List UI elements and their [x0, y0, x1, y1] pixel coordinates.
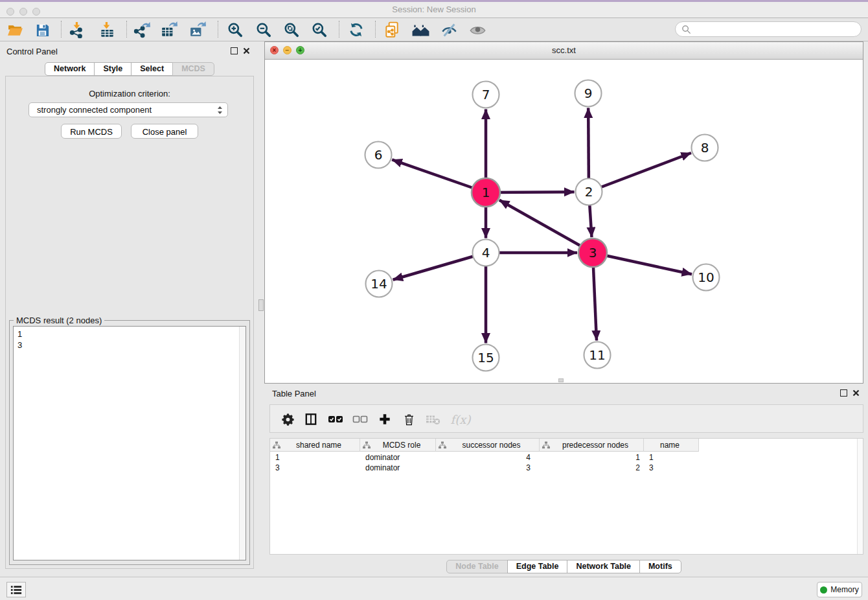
gear-icon — [282, 413, 294, 426]
graph-node-11[interactable]: 11 — [584, 342, 611, 369]
result-item[interactable]: 3 — [14, 340, 246, 351]
show-eye-icon — [469, 21, 486, 39]
tab-style[interactable]: Style — [94, 62, 131, 76]
zoom-fit-button[interactable] — [282, 20, 301, 40]
column-type-icon — [363, 441, 371, 449]
delete-table-button[interactable] — [423, 410, 442, 428]
export-network-button[interactable] — [132, 20, 152, 40]
optimization-criterion-select[interactable]: strongly connected component — [29, 102, 228, 117]
run-mcds-button[interactable]: Run MCDS — [61, 124, 122, 139]
tab-motifs[interactable]: Motifs — [639, 560, 681, 573]
save-session-button[interactable] — [32, 20, 52, 40]
graph-node-2[interactable]: 2 — [576, 179, 602, 205]
edge-3-10[interactable] — [593, 253, 692, 274]
node-label: 11 — [589, 347, 605, 363]
float-table-panel-icon[interactable] — [840, 389, 847, 397]
close-table-panel-icon[interactable] — [852, 389, 860, 397]
graph-node-15[interactable]: 15 — [473, 345, 499, 371]
edge-4-14[interactable] — [393, 253, 486, 280]
hide-graphics-button[interactable] — [439, 20, 459, 40]
home-button[interactable] — [411, 20, 430, 40]
graph-node-14[interactable]: 14 — [366, 271, 393, 297]
mcds-result-group: MCDS result (2 nodes) 13 — [9, 320, 250, 565]
table-cell[interactable]: dominator — [360, 463, 436, 473]
delete-column-button[interactable] — [399, 410, 418, 428]
import-network-icon — [69, 21, 86, 38]
tab-edge-table[interactable]: Edge Table — [507, 560, 568, 573]
open-session-button[interactable] — [5, 20, 25, 40]
function-builder-button[interactable]: f(x) — [446, 410, 475, 428]
node-table[interactable]: shared nameMCDS rolesuccessor nodesprede… — [269, 438, 863, 555]
close-panel-icon[interactable] — [243, 47, 250, 54]
network-window-titlebar[interactable]: × − + scc.txt — [265, 42, 863, 60]
table-cell[interactable]: 1 — [540, 452, 644, 463]
table-settings-button[interactable] — [278, 410, 297, 428]
tab-network[interactable]: Network — [45, 62, 95, 76]
float-panel-icon[interactable] — [231, 47, 238, 54]
table-row[interactable]: 1dominator411 — [270, 452, 699, 463]
show-graphics-button[interactable] — [468, 20, 487, 40]
export-image-button[interactable] — [188, 20, 207, 40]
deselect-all-rows-button[interactable] — [350, 410, 370, 428]
graph-node-3[interactable]: 3 — [578, 238, 607, 267]
import-table-button[interactable] — [97, 20, 117, 40]
mcds-result-list[interactable]: 13 — [13, 326, 246, 560]
zoom-selected-button[interactable] — [310, 20, 329, 40]
table-row[interactable]: 3dominator323 — [270, 463, 699, 473]
toolbar-separator — [126, 21, 127, 38]
table-cell[interactable]: 4 — [436, 452, 540, 463]
column-header-predecessor-nodes[interactable]: predecessor nodes — [540, 439, 644, 452]
tab-network-table[interactable]: Network Table — [567, 560, 640, 573]
toolbar-separator — [375, 21, 376, 38]
graph-node-7[interactable]: 7 — [473, 82, 499, 108]
select-all-rows-button[interactable] — [326, 410, 345, 428]
table-cell[interactable]: 1 — [270, 452, 360, 463]
column-type-icon — [439, 441, 446, 449]
refresh-view-button[interactable] — [347, 20, 366, 40]
column-header-name[interactable]: name — [644, 439, 699, 452]
import-network-button[interactable] — [67, 20, 87, 40]
table-cell[interactable]: 2 — [540, 463, 644, 473]
graph-node-10[interactable]: 10 — [693, 264, 720, 291]
network-graph-canvas[interactable]: 7968124314101511 — [265, 59, 863, 383]
table-panel-title: Table Panel — [272, 389, 316, 398]
graph-node-6[interactable]: 6 — [365, 142, 392, 168]
show-columns-button[interactable] — [301, 410, 321, 428]
search-field[interactable] — [675, 21, 862, 37]
graph-node-4[interactable]: 4 — [473, 240, 499, 266]
copy-network-button[interactable] — [382, 20, 402, 40]
network-window-resize-grip[interactable] — [558, 378, 564, 382]
export-table-button[interactable] — [159, 20, 179, 40]
node-label: 10 — [698, 270, 714, 285]
graph-node-1[interactable]: 1 — [472, 178, 500, 207]
zoom-in-button[interactable] — [225, 20, 245, 40]
edge-2-8[interactable] — [589, 153, 691, 192]
edge-3-1[interactable] — [499, 200, 593, 253]
table-cell[interactable]: dominator — [360, 452, 436, 463]
column-header-MCDS-role[interactable]: MCDS role — [360, 439, 436, 452]
tab-select[interactable]: Select — [131, 62, 173, 76]
column-header-shared-name[interactable]: shared name — [270, 439, 360, 452]
search-input[interactable] — [695, 24, 861, 35]
table-cell[interactable]: 3 — [644, 463, 699, 473]
result-scrollbar[interactable] — [239, 327, 246, 560]
application-window: Session: New Session — [0, 0, 868, 600]
main-titlebar[interactable]: Session: New Session — [0, 2, 868, 18]
add-column-button[interactable] — [375, 410, 394, 428]
table-cell[interactable]: 1 — [644, 452, 699, 463]
column-header-successor-nodes[interactable]: successor nodes — [436, 439, 540, 452]
panel-splitter-grip[interactable] — [258, 299, 264, 311]
result-item[interactable]: 1 — [14, 327, 246, 340]
delete-table-icon — [426, 414, 440, 425]
table-cell[interactable]: 3 — [270, 463, 360, 473]
graph-node-8[interactable]: 8 — [692, 135, 718, 161]
zoom-out-button[interactable] — [254, 20, 273, 40]
task-history-button[interactable] — [6, 582, 26, 597]
table-scrollbar[interactable] — [857, 439, 863, 554]
tab-mcds[interactable]: MCDS — [172, 62, 214, 76]
close-panel-button[interactable]: Close panel — [131, 124, 198, 139]
graph-node-9[interactable]: 9 — [575, 80, 602, 107]
tab-node-table[interactable]: Node Table — [446, 560, 507, 573]
memory-button[interactable]: Memory — [817, 582, 862, 597]
table-cell[interactable]: 3 — [436, 463, 540, 473]
